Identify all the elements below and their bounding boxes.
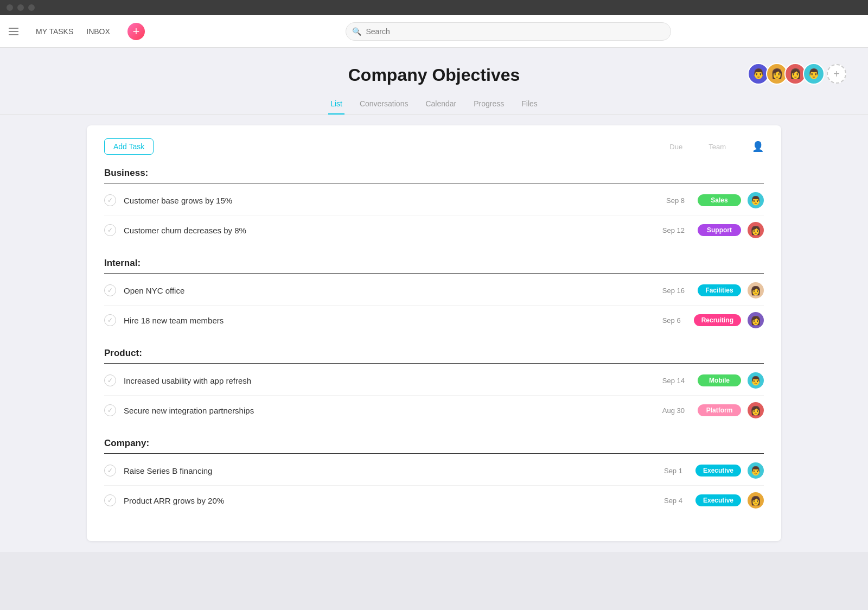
task-avatar: 👨 [748,372,764,389]
table-row: ✓Customer churn decreases by 8%Sep 12Sup… [104,215,764,245]
team-column-header: Team [709,143,726,151]
task-due-date: Aug 30 [652,406,685,415]
task-team-badge[interactable]: Executive [695,494,741,506]
hamburger-icon[interactable] [9,28,18,35]
table-row: ✓Open NYC officeSep 16Facilities👩 [104,276,764,306]
traffic-dot-green [28,4,35,11]
add-task-row: Add Task Due Team 👤 [104,138,764,155]
search-bar: 🔍 [346,22,671,41]
task-avatar: 👩 [748,402,764,418]
task-name: Customer churn decreases by 8% [124,226,652,235]
tab-list[interactable]: List [328,94,344,115]
task-due-date: Sep 6 [648,316,681,325]
table-row: ✓Customer base grows by 15%Sep 8Sales👨 [104,186,764,215]
avatar-4[interactable]: 👨 [803,63,825,85]
inbox-link[interactable]: INBOX [82,25,114,38]
task-name: Increased usability with app refresh [124,376,652,385]
tab-conversations[interactable]: Conversations [358,94,411,115]
section-1: Internal:✓Open NYC officeSep 16Facilitie… [104,258,764,335]
task-card: Add Task Due Team 👤 Business:✓Customer b… [87,125,781,541]
column-headers: Due Team 👤 [669,141,764,152]
add-member-button[interactable]: + [827,64,846,84]
task-name: Raise Series B financing [124,466,650,475]
task-checkbox[interactable]: ✓ [104,494,116,506]
task-checkbox[interactable]: ✓ [104,224,116,236]
task-due-date: Sep 16 [652,287,685,295]
section-3: Company:✓Raise Series B financingSep 1Ex… [104,438,764,515]
table-row: ✓Secure new integration partnershipsAug … [104,396,764,425]
page-title: Company Objectives [0,65,868,85]
section-divider-1 [104,273,764,274]
member-avatars: 👨 👩 👩 👨 + [748,63,846,85]
nav-bar: MY TASKS INBOX + 🔍 [0,15,868,48]
task-due-date: Sep 1 [650,467,682,475]
page-header: Company Objectives 👨 👩 👩 👨 + List Conver… [0,48,868,115]
my-tasks-link[interactable]: MY TASKS [31,25,78,38]
task-avatar: 👩 [748,282,764,298]
task-due-date: Sep 8 [652,196,685,205]
title-bar [0,0,868,15]
task-name: Secure new integration partnerships [124,406,652,415]
task-due-date: Sep 14 [652,377,685,385]
table-row: ✓Raise Series B financingSep 1Executive👨 [104,456,764,486]
task-team-badge[interactable]: Mobile [698,374,741,386]
task-avatar: 👩 [748,492,764,509]
task-avatar: 👩 [748,222,764,238]
task-team-badge[interactable]: Facilities [698,284,741,296]
task-avatar: 👩 [748,312,764,328]
task-avatar: 👨 [748,192,764,208]
add-button[interactable]: + [127,23,145,40]
section-divider-0 [104,183,764,183]
tab-progress[interactable]: Progress [471,94,506,115]
section-0: Business:✓Customer base grows by 15%Sep … [104,168,764,245]
section-divider-2 [104,363,764,364]
task-team-badge[interactable]: Recruiting [694,314,741,326]
task-due-date: Sep 4 [650,497,682,505]
task-name: Hire 18 new team members [124,316,648,325]
task-name: Customer base grows by 15% [124,196,652,205]
view-tabs: List Conversations Calendar Progress Fil… [0,94,868,115]
task-checkbox[interactable]: ✓ [104,404,116,416]
task-due-date: Sep 12 [652,226,685,234]
task-checkbox[interactable]: ✓ [104,465,116,476]
table-row: ✓Product ARR grows by 20%Sep 4Executive👩 [104,486,764,515]
traffic-dot-yellow [17,4,24,11]
tab-calendar[interactable]: Calendar [423,94,458,115]
tab-files[interactable]: Files [519,94,540,115]
table-row: ✓Hire 18 new team membersSep 6Recruiting… [104,306,764,335]
task-name: Open NYC office [124,286,652,295]
main-content: Company Objectives 👨 👩 👩 👨 + List Conver… [0,48,868,552]
section-title-0: Business: [104,168,764,179]
task-name: Product ARR grows by 20% [124,496,650,505]
section-divider-3 [104,453,764,454]
task-team-badge[interactable]: Platform [698,404,741,416]
section-title-3: Company: [104,438,764,449]
task-checkbox[interactable]: ✓ [104,314,116,326]
assign-icon: 👤 [752,141,764,152]
search-icon: 🔍 [352,27,361,36]
add-task-button[interactable]: Add Task [104,138,154,155]
nav-links: MY TASKS INBOX [31,25,114,38]
task-checkbox[interactable]: ✓ [104,194,116,206]
task-avatar: 👨 [748,462,764,479]
table-row: ✓Increased usability with app refreshSep… [104,366,764,396]
search-input[interactable] [346,22,671,41]
task-team-badge[interactable]: Executive [695,465,741,476]
task-container: Add Task Due Team 👤 Business:✓Customer b… [0,115,868,552]
section-title-2: Product: [104,348,764,359]
due-column-header: Due [669,143,682,151]
task-checkbox[interactable]: ✓ [104,374,116,386]
task-team-badge[interactable]: Support [698,224,741,236]
section-title-1: Internal: [104,258,764,269]
section-2: Product:✓Increased usability with app re… [104,348,764,425]
traffic-dot-red [7,4,13,11]
sections-container: Business:✓Customer base grows by 15%Sep … [104,168,764,515]
task-team-badge[interactable]: Sales [698,194,741,206]
task-checkbox[interactable]: ✓ [104,284,116,296]
